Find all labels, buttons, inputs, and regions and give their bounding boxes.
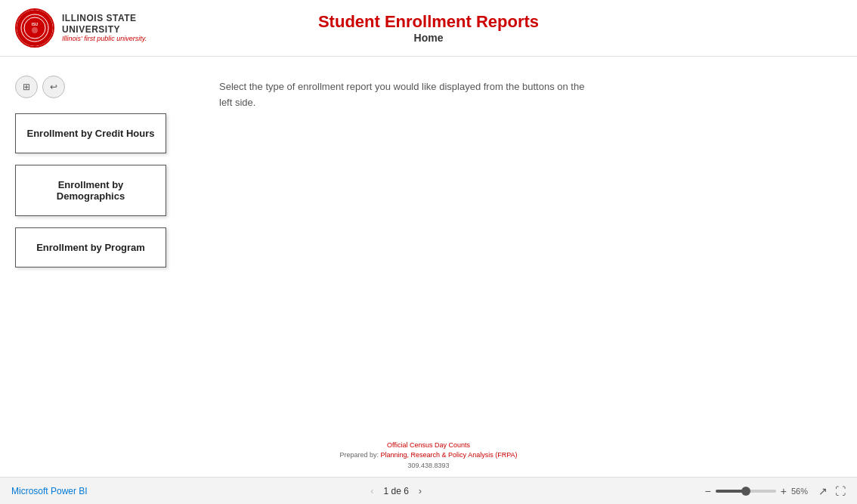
sidebar: ⊞ ↩ Enrollment by Credit Hours Enrollmen…: [0, 57, 189, 437]
popout-icon[interactable]: ↗: [818, 485, 828, 497]
footer-phone: 309.438.8393: [407, 462, 449, 469]
back-icon-button[interactable]: ↩: [42, 76, 65, 98]
university-name-line2: University: [62, 24, 147, 35]
zoom-in-button[interactable]: +: [781, 485, 787, 497]
header-title-area: Student Enrollment Reports Home: [318, 12, 539, 44]
grid-icon-button[interactable]: ⊞: [15, 76, 38, 98]
pagination: ‹ 1 de 6 ›: [367, 484, 425, 498]
zoom-out-button[interactable]: −: [705, 485, 711, 497]
university-name-area: Illinois State University Illinois' firs…: [62, 13, 147, 43]
page-info: 1 de 6: [383, 486, 408, 496]
main-title: Student Enrollment Reports: [318, 12, 539, 32]
nav-icons-area: ⊞ ↩: [15, 76, 174, 98]
footer-link: Planning, Research & Policy Analysis (FR…: [381, 451, 518, 459]
power-bi-link[interactable]: Microsoft Power BI: [11, 486, 88, 496]
next-page-button[interactable]: ›: [415, 484, 425, 498]
zoom-slider[interactable]: [716, 490, 776, 493]
bottom-icons: ↗ ⛶: [818, 485, 846, 497]
zoom-percent-label: 56%: [791, 487, 814, 496]
university-seal: ISU: [15, 8, 54, 48]
bottom-bar: Microsoft Power BI ‹ 1 de 6 › − + 56% ↗ …: [0, 477, 857, 504]
instruction-text: Select the type of enrollment report you…: [219, 79, 597, 111]
svg-point-3: [32, 27, 38, 33]
footer-prepared-by: Prepared by:: [340, 451, 381, 459]
page-body: ⊞ ↩ Enrollment by Credit Hours Enrollmen…: [0, 57, 857, 437]
enrollment-credit-hours-button[interactable]: Enrollment by Credit Hours: [15, 113, 166, 153]
university-name-line1: Illinois State: [62, 13, 147, 23]
footer-line1: Official Census Day Counts: [387, 441, 470, 449]
svg-text:ISU: ISU: [32, 22, 39, 26]
prev-page-button[interactable]: ‹: [367, 484, 377, 498]
top-bar: ISU Illinois State University Illinois' …: [0, 0, 857, 57]
logo-area: ISU Illinois State University Illinois' …: [15, 8, 147, 48]
back-icon: ↩: [50, 82, 57, 92]
enrollment-program-button[interactable]: Enrollment by Program: [15, 227, 166, 267]
report-footer: Official Census Day Counts Prepared by: …: [0, 437, 857, 478]
main-content: Select the type of enrollment report you…: [189, 57, 857, 437]
sub-title: Home: [318, 32, 539, 44]
grid-icon: ⊞: [23, 82, 30, 92]
fullscreen-icon[interactable]: ⛶: [835, 485, 846, 497]
zoom-controls: − + 56% ↗ ⛶: [705, 485, 846, 497]
enrollment-demographics-button[interactable]: Enrollment by Demographics: [15, 165, 166, 216]
seal-svg: ISU: [20, 14, 49, 42]
university-tagline: Illinois' first public university.: [62, 35, 147, 43]
